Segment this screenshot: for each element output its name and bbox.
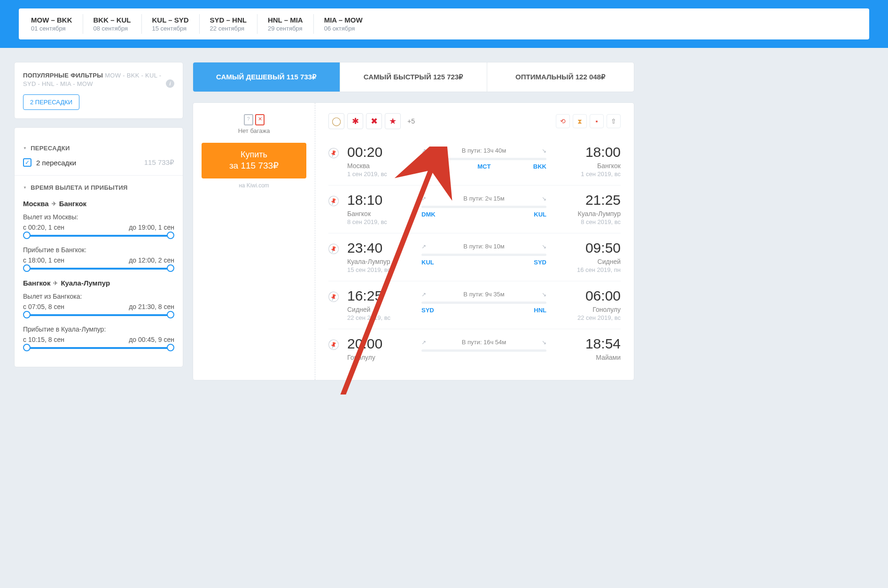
departure-city: Гонолулу (347, 354, 413, 361)
flight-segment[interactable]: 📌 16:25 Сидней 22 сен 2019, вс ↗ В пути:… (328, 281, 621, 329)
sort-tabs: САМЫЙ ДЕШЕВЫЙ 115 733₽ САМЫЙ БЫСТРЫЙ 125… (193, 62, 634, 92)
flight-segment[interactable]: 📌 20:00 Гонолулу ↗ В пути: 16ч 54м ↘ 18:… (328, 329, 621, 370)
slider-handle[interactable] (23, 311, 31, 318)
time-slider[interactable] (27, 235, 171, 237)
route-date: 15 сентября (152, 25, 189, 32)
route-filter-title: Бангкок ✈ Куала-Лумпур (23, 279, 174, 287)
duration-label: В пути: 8ч 10м (463, 243, 504, 250)
slider-handle[interactable] (167, 264, 174, 272)
pin-icon[interactable]: 📌 (327, 338, 340, 351)
flight-segment[interactable]: 📌 23:40 Куала-Лумпур 15 сен 2019, вс ↗ В… (328, 233, 621, 281)
checkbox-icon[interactable]: ✓ (23, 158, 31, 167)
pin-icon[interactable]: 📌 (327, 242, 340, 255)
time-filter-header[interactable]: ВРЕМЯ ВЫЛЕТА И ПРИБЫТИЯ (23, 184, 174, 191)
filters-card: ПЕРЕСАДКИ ✓ 2 пересадки 115 733₽ ВРЕМЯ В… (14, 127, 183, 367)
segment-line (421, 254, 546, 256)
plane-takeoff-icon: ↗ (421, 195, 426, 202)
arrival-city: Сидней (555, 258, 621, 265)
airline-logo-icon: ✖ (366, 113, 382, 129)
filter-pill-transfers[interactable]: 2 ПЕРЕСАДКИ (23, 94, 79, 110)
airport-code-to: KUL (534, 211, 546, 218)
share-icon[interactable]: ⇧ (607, 114, 621, 128)
plane-landing-icon: ↘ (542, 339, 546, 346)
flight-segment[interactable]: 📌 00:20 Москва 1 сен 2019, вс ↗ В пути: … (328, 138, 621, 186)
slider-values: с 00:20, 1 сендо 19:00, 1 сен (23, 224, 174, 231)
buy-vendor: на Kiwi.com (202, 182, 306, 189)
tab-cheapest[interactable]: САМЫЙ ДЕШЕВЫЙ 115 733₽ (193, 62, 340, 92)
slider-label: Вылет из Бангкока: (23, 293, 174, 300)
flight-segment[interactable]: 📌 18:10 Бангкок 8 сен 2019, вс ↗ В пути:… (328, 186, 621, 233)
arrival-city: Гонолулу (555, 306, 621, 313)
slider-label: Прибытие в Бангкок: (23, 246, 174, 254)
arrival-time: 18:54 (555, 337, 621, 351)
transfers-section-header[interactable]: ПЕРЕСАДКИ (23, 145, 174, 152)
route-chip[interactable]: KUL – SYD 15 сентября (142, 14, 200, 34)
time-slider[interactable] (27, 347, 171, 349)
slider-handle[interactable] (167, 344, 174, 351)
tab-optimal[interactable]: ОПТИМАЛЬНЫЙ 122 048₽ (487, 62, 634, 92)
route-chips-container: MOW – BKK 01 сентябряBKK – KUL 08 сентяб… (19, 8, 869, 39)
checked-baggage-icon (255, 114, 265, 125)
plane-takeoff-icon: ↗ (421, 291, 426, 298)
transfer-option-row[interactable]: ✓ 2 пересадки 115 733₽ (23, 158, 174, 167)
departure-city: Куала-Лумпур (347, 258, 413, 265)
arrival-date: 1 сен 2019, вс (555, 170, 621, 178)
route-date: 06 октября (324, 25, 363, 32)
route-date: 29 сентября (268, 25, 303, 32)
route-date: 22 сентября (210, 25, 247, 32)
route-label: BKK – KUL (93, 16, 131, 24)
hourglass-icon[interactable]: ⧗ (573, 114, 587, 128)
plane-icon: ✈ (52, 201, 56, 207)
slider-values: с 18:00, 1 сендо 12:00, 2 сен (23, 256, 174, 264)
buy-button[interactable]: Купить за 115 733₽ (202, 143, 306, 178)
departure-date: 8 сен 2019, вс (347, 218, 413, 225)
route-chip[interactable]: MOW – BKK 01 сентября (21, 14, 83, 34)
refresh-icon[interactable]: ⟲ (556, 114, 570, 128)
info-icon[interactable]: i (166, 79, 174, 88)
arrival-time: 06:00 (555, 289, 621, 303)
popular-filters-title: ПОПУЛЯРНЫЕ ФИЛЬТРЫ MOW - BKK - KUL - SYD… (23, 72, 161, 87)
slider-handle[interactable] (23, 344, 31, 351)
more-airlines-badge[interactable]: +5 (404, 117, 419, 125)
route-label: MOW – BKK (31, 16, 72, 24)
time-slider[interactable] (27, 268, 171, 270)
time-slider[interactable] (27, 314, 171, 316)
slider-handle[interactable] (167, 232, 174, 239)
airline-logo-icon: ✱ (347, 113, 363, 129)
duration-label: В пути: 2ч 15м (463, 195, 504, 202)
hand-baggage-icon (244, 114, 253, 125)
departure-time: 18:10 (347, 193, 413, 207)
route-chip[interactable]: SYD – HNL 22 сентября (200, 14, 257, 34)
arrival-time: 18:00 (555, 145, 621, 159)
duration-label: В пути: 16ч 54м (462, 339, 506, 346)
segment-line (421, 158, 546, 160)
slider-values: с 07:05, 8 сендо 21:30, 8 сен (23, 303, 174, 310)
departure-date: 15 сен 2019, вс (347, 266, 413, 273)
segment-line (421, 206, 546, 208)
tab-fastest[interactable]: САМЫЙ БЫСТРЫЙ 125 723₽ (340, 62, 487, 92)
arrival-time: 09:50 (555, 241, 621, 255)
route-chip[interactable]: HNL – MIA 29 сентября (257, 14, 314, 34)
arrival-city: Майами (555, 354, 621, 361)
pin-icon[interactable]: 📌 (327, 290, 340, 303)
departure-time: 20:00 (347, 337, 413, 351)
airline-logos: ◯ ✱ ✖ ★ +5 (328, 113, 419, 129)
arrival-date: 22 сен 2019, вс (555, 314, 621, 321)
slider-handle[interactable] (167, 311, 174, 318)
plane-takeoff-icon: ↗ (421, 243, 426, 250)
departure-city: Москва (347, 162, 413, 170)
departure-date: 22 сен 2019, вс (347, 314, 413, 321)
pin-icon[interactable]: 📌 (327, 194, 340, 208)
slider-handle[interactable] (23, 264, 31, 272)
seat-icon[interactable]: ▪ (590, 114, 604, 128)
slider-values: с 10:15, 8 сендо 00:45, 9 сен (23, 336, 174, 343)
route-chip[interactable]: MIA – MOW 06 октября (314, 14, 373, 34)
route-chip[interactable]: BKK – KUL 08 сентября (83, 14, 142, 34)
plane-takeoff-icon: ↗ (421, 147, 426, 154)
segment-line (421, 349, 546, 352)
departure-time: 23:40 (347, 241, 413, 255)
slider-handle[interactable] (23, 232, 31, 239)
ticket-card: Нет багажа Купить за 115 733₽ на Kiwi.co… (193, 102, 634, 380)
pin-icon[interactable]: 📌 (327, 146, 340, 160)
plane-landing-icon: ↘ (542, 195, 546, 202)
